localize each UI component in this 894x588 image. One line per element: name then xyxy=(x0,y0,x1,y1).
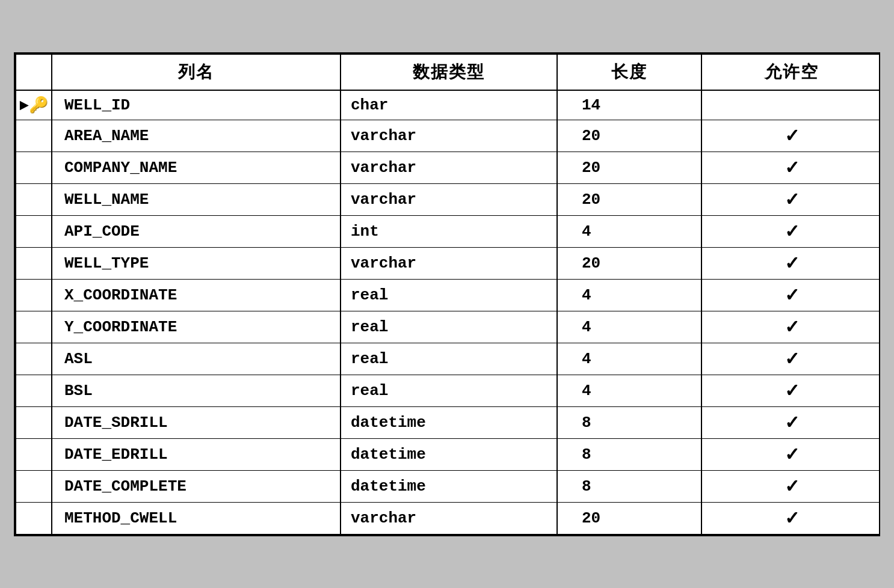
column-length: 20 xyxy=(557,502,701,534)
header-row-indicator xyxy=(16,54,52,90)
row-indicator-cell xyxy=(16,247,52,279)
nullable-cell: ✓ xyxy=(701,502,880,534)
row-indicator-cell xyxy=(16,152,52,183)
column-length: 14 xyxy=(557,90,701,120)
nullable-checkmark: ✓ xyxy=(785,317,800,337)
data-type: varchar xyxy=(341,120,557,152)
data-type: varchar xyxy=(341,502,557,534)
column-name: AREA_NAME xyxy=(52,120,341,152)
column-name: DATE_EDRILL xyxy=(52,438,341,470)
column-name: Y_COORDINATE xyxy=(52,311,341,343)
data-type: datetime xyxy=(341,470,557,502)
column-length: 20 xyxy=(557,120,701,152)
nullable-checkmark: ✓ xyxy=(785,285,800,305)
table-row[interactable]: ASLreal4✓ xyxy=(16,343,880,375)
nullable-cell: ✓ xyxy=(701,406,880,438)
column-name: BSL xyxy=(52,375,341,406)
table-row[interactable]: AREA_NAMEvarchar20✓ xyxy=(16,120,880,152)
row-indicator-cell xyxy=(16,406,52,438)
nullable-checkmark: ✓ xyxy=(785,444,800,464)
header-nullable: 允许空 xyxy=(701,54,880,90)
nullable-cell: ✓ xyxy=(701,152,880,183)
table-row[interactable]: API_CODEint4✓ xyxy=(16,215,880,247)
row-indicator-cell xyxy=(16,311,52,343)
header-length: 长度 xyxy=(557,54,701,90)
nullable-cell: ✓ xyxy=(701,343,880,375)
table-row[interactable]: Y_COORDINATEreal4✓ xyxy=(16,311,880,343)
row-indicator-cell xyxy=(16,375,52,406)
nullable-cell: ✓ xyxy=(701,438,880,470)
table-row[interactable]: DATE_EDRILLdatetime8✓ xyxy=(16,438,880,470)
data-type: varchar xyxy=(341,183,557,215)
nullable-checkmark: ✓ xyxy=(785,158,800,177)
column-length: 20 xyxy=(557,247,701,279)
nullable-checkmark: ✓ xyxy=(785,508,800,528)
nullable-checkmark: ✓ xyxy=(785,189,800,209)
row-indicator-cell: ►🔑 xyxy=(16,90,52,120)
header-data-type: 数据类型 xyxy=(341,54,557,90)
table-row[interactable]: WELL_TYPEvarchar20✓ xyxy=(16,247,880,279)
nullable-checkmark: ✓ xyxy=(785,253,800,273)
table-row[interactable]: METHOD_CWELLvarchar20✓ xyxy=(16,502,880,534)
column-name: DATE_SDRILL xyxy=(52,406,341,438)
nullable-checkmark: ✓ xyxy=(785,126,800,145)
data-type: real xyxy=(341,311,557,343)
data-type: varchar xyxy=(341,247,557,279)
column-name: COMPANY_NAME xyxy=(52,152,341,183)
column-name: WELL_ID xyxy=(52,90,341,120)
data-type: int xyxy=(341,215,557,247)
column-name: WELL_NAME xyxy=(52,183,341,215)
nullable-cell: ✓ xyxy=(701,311,880,343)
column-length: 4 xyxy=(557,279,701,311)
row-indicator-cell xyxy=(16,438,52,470)
nullable-checkmark: ✓ xyxy=(785,221,800,241)
column-name: X_COORDINATE xyxy=(52,279,341,311)
nullable-cell xyxy=(701,90,880,120)
column-length: 20 xyxy=(557,152,701,183)
schema-table: 列名 数据类型 长度 允许空 ►🔑WELL_IDchar14AREA_NAMEv… xyxy=(15,54,880,535)
row-indicator-cell xyxy=(16,502,52,534)
data-type: datetime xyxy=(341,438,557,470)
data-type: datetime xyxy=(341,406,557,438)
table-row[interactable]: BSLreal4✓ xyxy=(16,375,880,406)
table-row[interactable]: X_COORDINATEreal4✓ xyxy=(16,279,880,311)
column-length: 4 xyxy=(557,343,701,375)
column-length: 4 xyxy=(557,375,701,406)
column-length: 20 xyxy=(557,183,701,215)
nullable-checkmark: ✓ xyxy=(785,381,800,400)
column-name: METHOD_CWELL xyxy=(52,502,341,534)
nullable-cell: ✓ xyxy=(701,375,880,406)
data-type: varchar xyxy=(341,152,557,183)
data-type: real xyxy=(341,375,557,406)
table-row[interactable]: DATE_SDRILLdatetime8✓ xyxy=(16,406,880,438)
data-type: char xyxy=(341,90,557,120)
row-indicator-cell xyxy=(16,215,52,247)
column-length: 8 xyxy=(557,470,701,502)
row-indicator-cell xyxy=(16,279,52,311)
table-row[interactable]: DATE_COMPLETEdatetime8✓ xyxy=(16,470,880,502)
column-name: WELL_TYPE xyxy=(52,247,341,279)
nullable-checkmark: ✓ xyxy=(785,349,800,369)
nullable-cell: ✓ xyxy=(701,215,880,247)
column-length: 4 xyxy=(557,311,701,343)
row-indicator-cell xyxy=(16,343,52,375)
table-header-row: 列名 数据类型 长度 允许空 xyxy=(16,54,880,90)
data-type: real xyxy=(341,279,557,311)
nullable-cell: ✓ xyxy=(701,470,880,502)
row-indicator-cell xyxy=(16,183,52,215)
table-row[interactable]: ►🔑WELL_IDchar14 xyxy=(16,90,880,120)
data-type: real xyxy=(341,343,557,375)
row-indicator-cell xyxy=(16,120,52,152)
table-row[interactable]: WELL_NAMEvarchar20✓ xyxy=(16,183,880,215)
column-name: DATE_COMPLETE xyxy=(52,470,341,502)
nullable-cell: ✓ xyxy=(701,120,880,152)
column-name: ASL xyxy=(52,343,341,375)
column-length: 8 xyxy=(557,438,701,470)
header-col-name: 列名 xyxy=(52,54,341,90)
table-row[interactable]: COMPANY_NAMEvarchar20✓ xyxy=(16,152,880,183)
schema-table-container: 列名 数据类型 长度 允许空 ►🔑WELL_IDchar14AREA_NAMEv… xyxy=(14,52,880,536)
row-indicator-cell xyxy=(16,470,52,502)
nullable-cell: ✓ xyxy=(701,279,880,311)
column-length: 8 xyxy=(557,406,701,438)
nullable-checkmark: ✓ xyxy=(785,476,800,496)
